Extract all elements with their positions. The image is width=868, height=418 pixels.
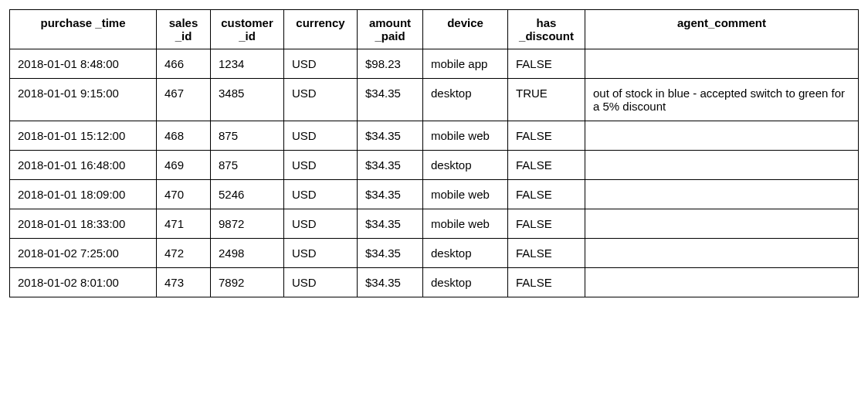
cell-purchase-time: 2018-01-01 8:48:00 <box>10 49 157 79</box>
cell-currency: USD <box>284 180 358 209</box>
cell-has-discount: FALSE <box>508 239 585 268</box>
header-currency: currency <box>284 10 358 49</box>
cell-purchase-time: 2018-01-01 9:15:00 <box>10 79 157 121</box>
cell-customer-id: 875 <box>211 121 284 151</box>
cell-amount-paid: $34.35 <box>358 180 423 209</box>
header-has-discount: has _discount <box>508 10 585 49</box>
cell-currency: USD <box>284 239 358 268</box>
cell-amount-paid: $34.35 <box>358 209 423 239</box>
cell-amount-paid: $98.23 <box>358 49 423 79</box>
cell-sales-id: 466 <box>157 49 211 79</box>
cell-has-discount: TRUE <box>508 79 585 121</box>
cell-agent-comment <box>585 180 859 209</box>
cell-sales-id: 472 <box>157 239 211 268</box>
cell-agent-comment <box>585 209 859 239</box>
cell-has-discount: FALSE <box>508 268 585 297</box>
cell-device: mobile web <box>423 121 508 151</box>
cell-customer-id: 1234 <box>211 49 284 79</box>
header-purchase-time: purchase _time <box>10 10 157 49</box>
cell-currency: USD <box>284 209 358 239</box>
table-header-row: purchase _time sales _id customer _id cu… <box>10 10 859 49</box>
cell-has-discount: FALSE <box>508 151 585 180</box>
cell-customer-id: 9872 <box>211 209 284 239</box>
cell-sales-id: 467 <box>157 79 211 121</box>
cell-sales-id: 469 <box>157 151 211 180</box>
cell-sales-id: 468 <box>157 121 211 151</box>
cell-currency: USD <box>284 151 358 180</box>
sales-data-table: purchase _time sales _id customer _id cu… <box>9 9 859 297</box>
table-row: 2018-01-02 8:01:004737892USD$34.35deskto… <box>10 268 859 297</box>
table-row: 2018-01-01 18:09:004705246USD$34.35mobil… <box>10 180 859 209</box>
cell-amount-paid: $34.35 <box>358 121 423 151</box>
cell-amount-paid: $34.35 <box>358 79 423 121</box>
table-row: 2018-01-02 7:25:004722498USD$34.35deskto… <box>10 239 859 268</box>
cell-device: desktop <box>423 79 508 121</box>
cell-device: mobile web <box>423 180 508 209</box>
header-agent-comment: agent_comment <box>585 10 859 49</box>
cell-currency: USD <box>284 49 358 79</box>
cell-currency: USD <box>284 79 358 121</box>
cell-amount-paid: $34.35 <box>358 239 423 268</box>
cell-has-discount: FALSE <box>508 180 585 209</box>
table-body: 2018-01-01 8:48:004661234USD$98.23mobile… <box>10 49 859 297</box>
cell-customer-id: 3485 <box>211 79 284 121</box>
table-row: 2018-01-01 9:15:004673485USD$34.35deskto… <box>10 79 859 121</box>
cell-device: mobile app <box>423 49 508 79</box>
cell-has-discount: FALSE <box>508 121 585 151</box>
cell-device: desktop <box>423 268 508 297</box>
header-device: device <box>423 10 508 49</box>
cell-purchase-time: 2018-01-02 8:01:00 <box>10 268 157 297</box>
cell-sales-id: 473 <box>157 268 211 297</box>
cell-device: desktop <box>423 151 508 180</box>
cell-currency: USD <box>284 121 358 151</box>
table-row: 2018-01-01 15:12:00468875USD$34.35mobile… <box>10 121 859 151</box>
header-amount-paid: amount _paid <box>358 10 423 49</box>
cell-sales-id: 471 <box>157 209 211 239</box>
cell-purchase-time: 2018-01-01 16:48:00 <box>10 151 157 180</box>
cell-purchase-time: 2018-01-01 18:09:00 <box>10 180 157 209</box>
cell-agent-comment <box>585 49 859 79</box>
cell-customer-id: 7892 <box>211 268 284 297</box>
header-sales-id: sales _id <box>157 10 211 49</box>
table-row: 2018-01-01 16:48:00469875USD$34.35deskto… <box>10 151 859 180</box>
cell-currency: USD <box>284 268 358 297</box>
cell-has-discount: FALSE <box>508 49 585 79</box>
cell-agent-comment <box>585 268 859 297</box>
cell-customer-id: 2498 <box>211 239 284 268</box>
cell-agent-comment: out of stock in blue - accepted switch t… <box>585 79 859 121</box>
cell-has-discount: FALSE <box>508 209 585 239</box>
cell-customer-id: 875 <box>211 151 284 180</box>
cell-agent-comment <box>585 151 859 180</box>
cell-purchase-time: 2018-01-01 18:33:00 <box>10 209 157 239</box>
cell-device: desktop <box>423 239 508 268</box>
cell-amount-paid: $34.35 <box>358 151 423 180</box>
cell-purchase-time: 2018-01-01 15:12:00 <box>10 121 157 151</box>
cell-purchase-time: 2018-01-02 7:25:00 <box>10 239 157 268</box>
cell-agent-comment <box>585 121 859 151</box>
cell-amount-paid: $34.35 <box>358 268 423 297</box>
cell-customer-id: 5246 <box>211 180 284 209</box>
cell-agent-comment <box>585 239 859 268</box>
header-customer-id: customer _id <box>211 10 284 49</box>
cell-device: mobile web <box>423 209 508 239</box>
table-row: 2018-01-01 18:33:004719872USD$34.35mobil… <box>10 209 859 239</box>
cell-sales-id: 470 <box>157 180 211 209</box>
table-row: 2018-01-01 8:48:004661234USD$98.23mobile… <box>10 49 859 79</box>
